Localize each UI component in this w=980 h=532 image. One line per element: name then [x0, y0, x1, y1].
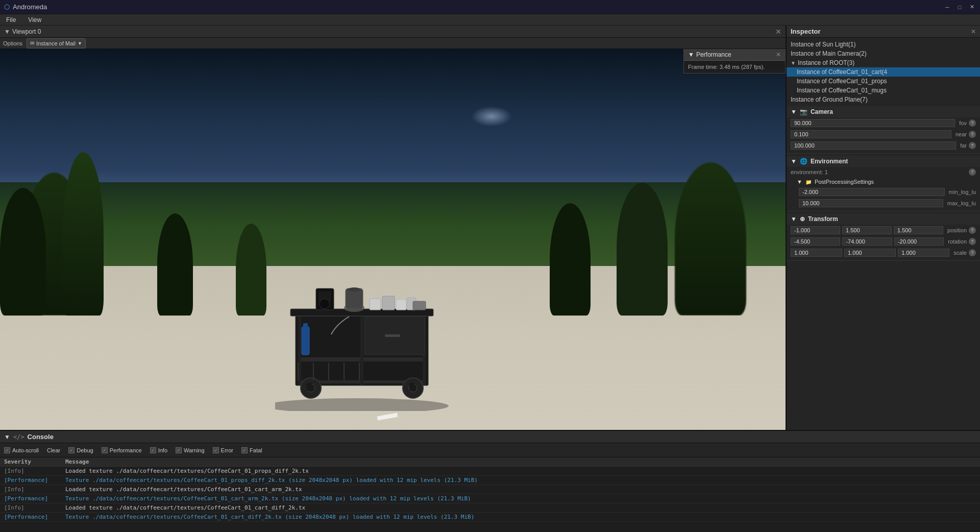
info-checkbox[interactable] [150, 447, 156, 453]
perf-close-button[interactable]: ✕ [776, 51, 781, 58]
console-row[interactable]: [Info]Loaded texture ./data/coffeecart/t… [0, 485, 980, 494]
console-row[interactable]: [Performance]Texture ./data/coffeecart/t… [0, 494, 980, 503]
near-value[interactable]: 0.100 [791, 130, 951, 138]
pos-x-value[interactable]: -1.000 [791, 226, 840, 234]
menu-view[interactable]: View [25, 15, 44, 25]
svg-rect-27 [307, 383, 312, 391]
warning-label: Warning [184, 447, 205, 453]
far-help-button[interactable]: ? [969, 142, 976, 149]
rot-y-value[interactable]: -74.000 [842, 237, 892, 246]
console-row[interactable]: [Performance]Texture ./data/coffeecart/t… [0, 513, 980, 522]
viewport-options-bar: Options ✉ Instance of Mail ▼ [0, 38, 786, 49]
min-log-value[interactable]: -2.000 [799, 188, 945, 196]
position-help-button[interactable]: ? [969, 227, 976, 234]
transform-icon: ⊕ [800, 215, 805, 223]
svg-rect-18 [396, 300, 406, 310]
viewport-content[interactable]: ▼ Performance ✕ Frame time: 3.48 ms (287… [0, 49, 786, 430]
viewport-close-button[interactable]: ✕ [775, 28, 781, 36]
camera-collapse-arrow: ▼ [791, 108, 797, 115]
console-body[interactable]: Severity Message [Info]Loaded texture ./… [0, 457, 980, 532]
debug-filter[interactable]: Debug [68, 447, 93, 453]
inspector-close-button[interactable]: ✕ [971, 28, 976, 35]
fov-help-button[interactable]: ? [969, 119, 976, 127]
maximize-button[interactable]: □ [955, 3, 964, 11]
pos-z-value[interactable]: 1.500 [894, 226, 943, 234]
autoscroll-filter[interactable]: Auto-scroll [4, 447, 39, 453]
min-log-label: min_log_lu [949, 189, 976, 195]
close-button[interactable]: ✕ [968, 3, 976, 11]
console-row[interactable]: [Info]Loaded texture ./data/coffeecart/t… [0, 467, 980, 476]
scale-help-button[interactable]: ? [969, 249, 976, 256]
clear-button[interactable]: Clear [47, 447, 60, 453]
scene-item-camera[interactable]: Instance of Main Camera(2) [787, 49, 980, 58]
camera-section: ▼ 📷 Camera 90.000 fov ? 0.100 near ? [787, 104, 980, 154]
far-value[interactable]: 100.000 [791, 141, 956, 150]
scene-item-props[interactable]: Instance of CoffeeCart_01_props [787, 77, 980, 86]
scene-item-sunlight[interactable]: Instance of Sun Light(1) [787, 40, 980, 49]
warning-checkbox[interactable] [176, 447, 182, 453]
environment-value: environment: 1 [791, 169, 828, 175]
environment-section-header[interactable]: ▼ 🌐 Environment [787, 156, 980, 167]
env-collapse-arrow: ▼ [791, 158, 797, 165]
warning-filter[interactable]: Warning [176, 447, 205, 453]
fatal-checkbox[interactable] [241, 447, 248, 453]
performance-overlay: ▼ Performance ✕ Frame time: 3.48 ms (287… [683, 49, 786, 74]
max-log-row: 10.000 max_log_lu [795, 198, 980, 209]
rotation-label: rotation [948, 238, 967, 245]
svg-rect-21 [302, 327, 309, 355]
transform-section-header[interactable]: ▼ ⊕ Transform [787, 213, 980, 225]
console-row[interactable]: [Performance]Texture ./data/coffeecart/t… [0, 476, 980, 485]
scene-item-label: Instance of CoffeeCart_01_cart(4 [797, 68, 887, 76]
titlebar: ⬡ Andromeda ─ □ ✕ [0, 0, 980, 14]
post-processing-subsection: ▼ 📁 PostProcessingSettings -2.000 min_lo… [787, 177, 980, 209]
scale-y-value[interactable]: 1.000 [844, 249, 896, 257]
fatal-filter[interactable]: Fatal [241, 447, 262, 453]
info-filter[interactable]: Info [150, 447, 167, 453]
rotation-row: -4.500 -74.000 -20.000 rotation ? [787, 236, 980, 247]
scale-z-value[interactable]: 1.000 [898, 249, 949, 257]
console-row[interactable]: [Info]Loaded texture ./data/coffeecart/t… [0, 503, 980, 513]
scene-item-root[interactable]: ▼ Instance of ROOT(3) [787, 58, 980, 67]
console-row-message: Loaded texture ./data/coffeecart/texture… [61, 485, 980, 494]
viewport-panel: ▼ Viewport 0 ✕ Options ✉ Instance of Mai… [0, 26, 786, 430]
inspector-body[interactable]: Instance of Sun Light(1) Instance of Mai… [787, 38, 980, 430]
console-row-message: Texture ./data/coffeecart/textures/Coffe… [61, 494, 980, 503]
pos-y-value[interactable]: 1.500 [842, 226, 892, 234]
clear-label: Clear [47, 447, 60, 453]
performance-checkbox[interactable] [102, 447, 108, 453]
debug-checkbox[interactable] [68, 447, 75, 453]
scene-item-mugs[interactable]: Instance of CoffeeCart_01_mugs [787, 86, 980, 95]
viewport-collapse-arrow[interactable]: ▼ [4, 28, 10, 35]
console-row-message: Texture ./data/coffeecart/textures/Coffe… [61, 476, 980, 485]
scene-item-cart[interactable]: Instance of CoffeeCart_01_cart(4 [787, 67, 980, 77]
minimize-button[interactable]: ─ [943, 3, 951, 11]
performance-body: Frame time: 3.48 ms (287 fps). [684, 61, 785, 73]
console-row-message: Loaded texture ./data/coffeecart/texture… [61, 467, 980, 476]
scale-x-value[interactable]: 1.000 [791, 249, 842, 257]
rot-z-value[interactable]: -20.000 [894, 237, 944, 246]
near-help-button[interactable]: ? [969, 131, 976, 138]
root-collapse-arrow[interactable]: ▼ [791, 60, 796, 66]
top-section: ▼ Viewport 0 ✕ Options ✉ Instance of Mai… [0, 26, 980, 430]
post-section-header[interactable]: ▼ 📁 PostProcessingSettings [795, 177, 980, 186]
perf-arrow[interactable]: ▼ [688, 51, 694, 58]
instance-dropdown[interactable]: ✉ Instance of Mail ▼ [27, 38, 86, 49]
env-help-button[interactable]: ? [969, 168, 976, 176]
autoscroll-checkbox[interactable] [4, 447, 10, 453]
svg-rect-22 [303, 323, 308, 328]
camera-section-header[interactable]: ▼ 📷 Camera [787, 106, 980, 117]
error-filter[interactable]: Error [213, 447, 233, 453]
rot-x-value[interactable]: -4.500 [791, 237, 840, 246]
menu-file[interactable]: File [3, 15, 19, 25]
fov-value[interactable]: 90.000 [791, 119, 955, 127]
scene-bg [0, 49, 786, 430]
rotation-help-button[interactable]: ? [969, 238, 976, 245]
console-collapse-arrow[interactable]: ▼ [4, 433, 10, 441]
console-rows: [Info]Loaded texture ./data/coffeecart/t… [0, 467, 980, 522]
scene-item-ground[interactable]: Instance of Ground Plane(7) [787, 95, 980, 104]
console-row-message: Loaded texture ./data/coffeecart/texture… [61, 503, 980, 513]
performance-filter[interactable]: Performance [102, 447, 142, 453]
max-log-value[interactable]: 10.000 [799, 199, 943, 207]
error-checkbox[interactable] [213, 447, 219, 453]
svg-rect-9 [385, 334, 400, 337]
